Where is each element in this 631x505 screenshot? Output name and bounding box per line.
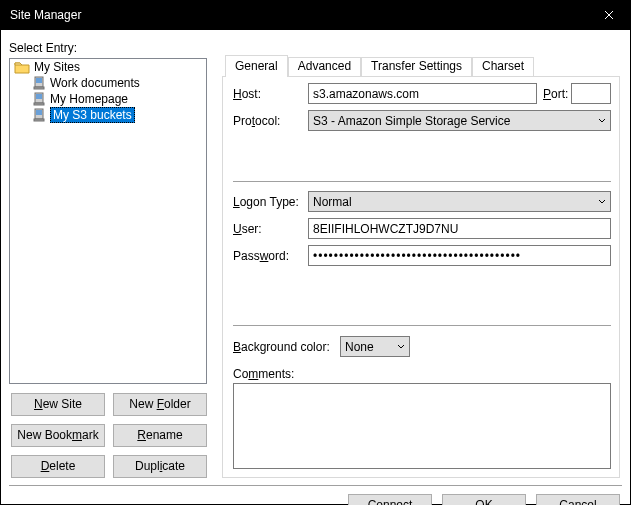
background-color-label: Background color: — [233, 340, 330, 354]
server-icon — [32, 92, 46, 106]
chevron-down-icon — [598, 117, 606, 125]
protocol-select[interactable]: S3 - Amazon Simple Storage Service — [308, 110, 611, 131]
rename-button[interactable]: Rename — [113, 424, 207, 447]
tab-charset[interactable]: Charset — [472, 57, 534, 76]
svg-rect-8 — [34, 119, 44, 121]
tree-item[interactable]: Work documents — [10, 75, 206, 91]
separator — [233, 181, 611, 182]
svg-rect-4 — [36, 94, 42, 99]
window-title: Site Manager — [10, 8, 586, 22]
tabstrip: General Advanced Transfer Settings Chars… — [225, 55, 534, 76]
tree-root-label: My Sites — [34, 60, 80, 74]
tab-transfer-settings[interactable]: Transfer Settings — [361, 57, 472, 76]
server-icon — [32, 108, 46, 122]
cancel-button[interactable]: Cancel — [536, 494, 620, 505]
tab-general[interactable]: General — [225, 55, 288, 77]
password-input[interactable] — [308, 245, 611, 266]
new-folder-button[interactable]: New Folder — [113, 393, 207, 416]
comments-textarea[interactable] — [233, 383, 611, 469]
titlebar: Site Manager — [0, 0, 631, 30]
background-color-value: None — [345, 340, 374, 354]
port-input[interactable] — [571, 83, 611, 104]
protocol-value: S3 - Amazon Simple Storage Service — [313, 114, 510, 128]
user-label: User: — [233, 222, 262, 236]
user-input[interactable] — [308, 218, 611, 239]
host-label: Host: — [233, 87, 261, 101]
duplicate-button[interactable]: Duplicate — [113, 455, 207, 478]
svg-rect-2 — [34, 87, 44, 89]
select-entry-label: Select Entry: — [9, 41, 77, 55]
comments-label: Comments: — [233, 367, 294, 381]
chevron-down-icon — [397, 343, 405, 351]
logon-type-value: Normal — [313, 195, 352, 209]
connect-button[interactable]: Connect — [348, 494, 432, 505]
svg-rect-7 — [36, 110, 42, 115]
password-label: Password: — [233, 249, 289, 263]
ok-button[interactable]: OK — [442, 494, 526, 505]
server-icon — [32, 76, 46, 90]
entry-tree[interactable]: My Sites Work documents My Homepage My S… — [9, 58, 207, 384]
host-input[interactable] — [308, 83, 537, 104]
delete-button[interactable]: Delete — [11, 455, 105, 478]
close-button[interactable] — [586, 0, 631, 30]
svg-rect-1 — [36, 78, 42, 83]
new-site-button[interactable]: New Site — [11, 393, 105, 416]
logon-type-select[interactable]: Normal — [308, 191, 611, 212]
close-icon — [604, 10, 614, 20]
tree-item-selected[interactable]: My S3 buckets — [10, 107, 206, 123]
svg-rect-5 — [34, 103, 44, 105]
separator — [233, 325, 611, 326]
tree-root[interactable]: My Sites — [10, 59, 206, 75]
tree-item-label: Work documents — [50, 76, 140, 90]
tree-item-label: My S3 buckets — [50, 107, 135, 123]
separator — [9, 485, 622, 486]
tree-item-label: My Homepage — [50, 92, 128, 106]
dialog-body: Select Entry: My Sites Work documents My… — [1, 30, 630, 504]
tab-advanced[interactable]: Advanced — [288, 57, 361, 76]
tree-item[interactable]: My Homepage — [10, 91, 206, 107]
background-color-select[interactable]: None — [340, 336, 410, 357]
port-label: Port: — [543, 87, 568, 101]
logon-type-label: Logon Type: — [233, 195, 299, 209]
chevron-down-icon — [598, 198, 606, 206]
new-bookmark-button[interactable]: New Bookmark — [11, 424, 105, 447]
folder-icon — [14, 60, 30, 74]
tab-page-general: Host: Port: Protocol: S3 - Amazon Simple… — [222, 76, 620, 478]
protocol-label: Protocol: — [233, 114, 280, 128]
